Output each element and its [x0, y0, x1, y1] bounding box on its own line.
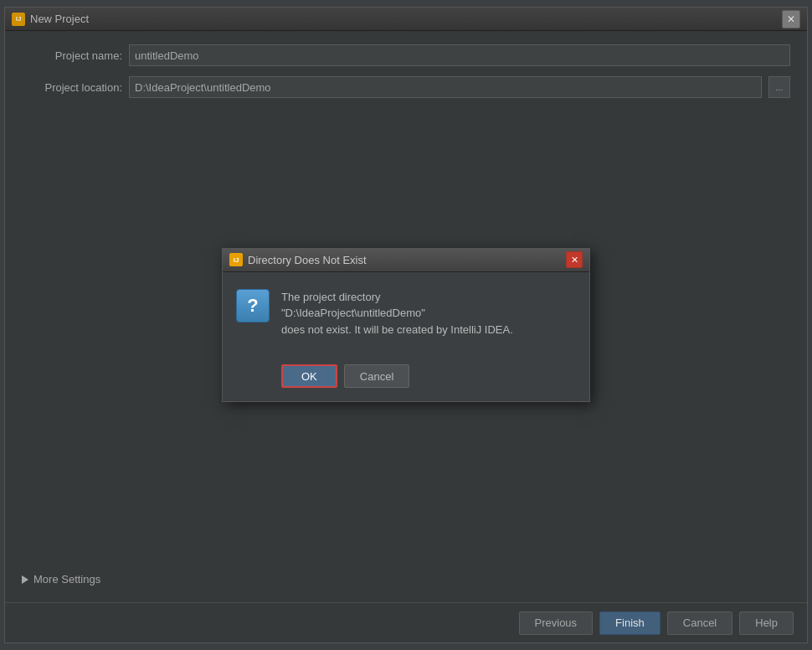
dialog-title-text: Directory Does Not Exist	[248, 254, 566, 266]
dialog-message: The project directory "D:\IdeaProject\un…	[281, 289, 576, 338]
dialog-button-row: OK Cancel	[223, 354, 589, 401]
dialog-close-button[interactable]: ✕	[566, 251, 583, 268]
question-icon: ?	[236, 289, 270, 322]
dialog-title-bar: IJ Directory Does Not Exist ✕	[223, 249, 589, 272]
dialog-overlay: IJ Directory Does Not Exist ✕ ? The proj…	[5, 8, 807, 642]
dialog-title-icon: IJ	[229, 253, 243, 266]
dialog-cancel-button[interactable]: Cancel	[344, 364, 409, 388]
directory-dialog: IJ Directory Does Not Exist ✕ ? The proj…	[222, 248, 590, 403]
main-window: IJ New Project ✕ Project name: Project l…	[4, 7, 808, 643]
dialog-content-row: ? The project directory "D:\IdeaProject\…	[236, 289, 576, 338]
dialog-body: ? The project directory "D:\IdeaProject\…	[223, 272, 589, 355]
dialog-ok-button[interactable]: OK	[281, 364, 337, 388]
